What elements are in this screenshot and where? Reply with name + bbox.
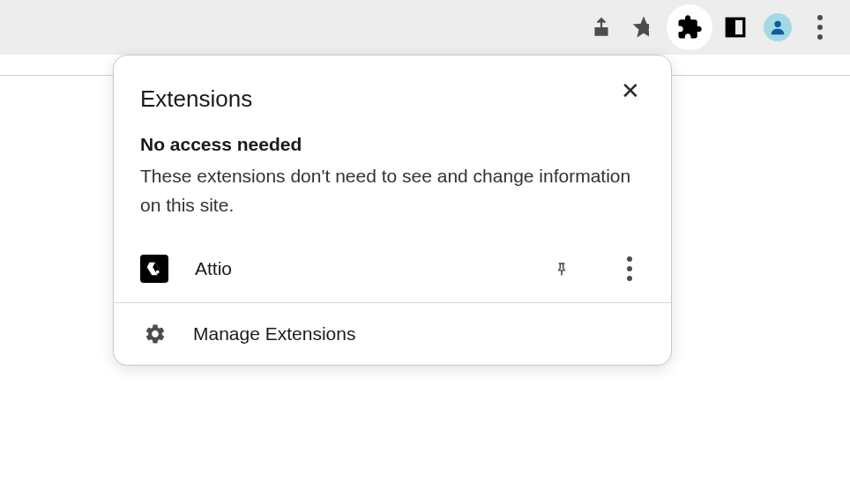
gear-icon — [144, 322, 167, 345]
popup-header: Extensions ✕ — [114, 56, 671, 123]
manage-extensions-button[interactable]: Manage Extensions — [114, 303, 671, 365]
close-button[interactable]: ✕ — [616, 77, 645, 105]
popup-title: Extensions — [140, 85, 252, 113]
avatar — [764, 13, 792, 41]
svg-rect-1 — [727, 19, 735, 36]
extensions-popup: Extensions ✕ No access needed These exte… — [113, 55, 672, 366]
extension-more-button[interactable] — [615, 251, 645, 286]
section-title: No access needed — [140, 134, 645, 155]
extensions-button[interactable] — [667, 4, 712, 50]
share-icon — [590, 16, 613, 39]
extension-name: Attio — [195, 258, 526, 279]
kebab-icon — [817, 15, 823, 40]
no-access-section: No access needed These extensions don't … — [114, 123, 671, 242]
main-menu-button[interactable] — [801, 8, 839, 47]
share-button[interactable] — [582, 8, 621, 47]
pin-button[interactable] — [544, 251, 579, 286]
kebab-icon — [627, 256, 632, 281]
pin-icon — [553, 260, 570, 278]
puzzle-icon — [676, 14, 703, 41]
section-description: These extensions don't need to see and c… — [140, 162, 645, 219]
panel-icon — [724, 16, 747, 39]
person-icon — [768, 18, 787, 37]
svg-point-3 — [156, 271, 160, 274]
browser-toolbar — [0, 0, 850, 55]
svg-point-2 — [774, 21, 780, 27]
devtools-button[interactable] — [716, 8, 755, 47]
extension-favicon — [140, 255, 168, 283]
extension-item[interactable]: Attio — [114, 242, 671, 302]
profile-button[interactable] — [758, 8, 797, 47]
close-icon: ✕ — [621, 79, 640, 102]
manage-extensions-label: Manage Extensions — [193, 323, 355, 345]
attio-logo-icon — [145, 259, 164, 278]
